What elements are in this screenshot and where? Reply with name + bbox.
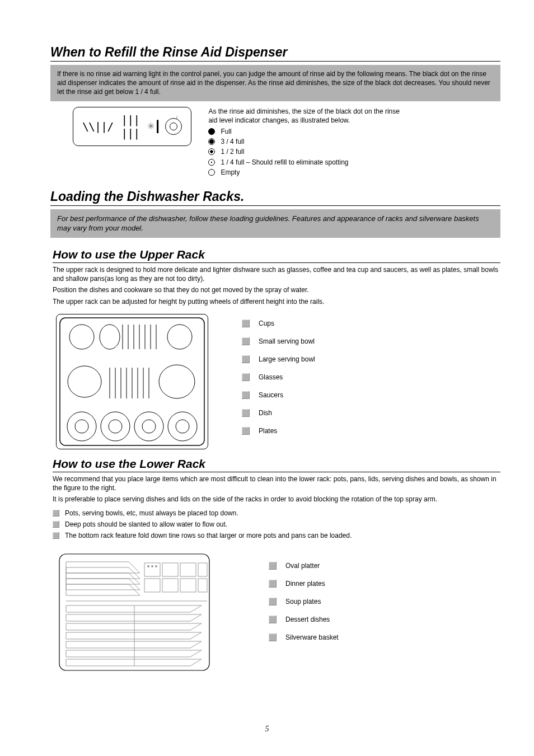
bullet-text: Pots, serving bowls, etc, must always be… [65,509,238,517]
legend-box-icon [269,633,277,641]
indicator-14-icon [208,159,215,166]
svg-point-2 [100,325,120,349]
legend-label: Dessert dishes [285,616,330,623]
bullet-text: Deep pots should be slanted to allow wat… [65,520,227,528]
upper-p2: Position the dishes and cookware so that… [53,285,500,294]
rinse-side-text: As the rinse aid diminishes, the size of… [208,107,410,125]
legend-box-icon [242,355,250,363]
svg-rect-32 [180,563,196,576]
indicator-empty-icon [208,169,215,176]
legend-label: Saucers [259,391,283,399]
legend-box-icon [242,427,250,435]
lower-rack-diagram [56,551,213,674]
svg-rect-34 [144,579,160,592]
indicator-full-icon [208,128,215,135]
svg-point-25 [134,412,163,441]
svg-rect-35 [162,579,178,592]
svg-point-22 [75,420,88,433]
svg-rect-36 [180,579,196,592]
loading-info-bar: For best performance of the dishwasher, … [50,209,500,238]
pointer-icon: ▎ [157,120,163,133]
section-heading-rinse: When to Refill the Rinse Aid Dispenser [50,45,500,62]
upper-rack-legend: Cups Small serving bowl Large serving bo… [242,320,315,445]
svg-point-11 [68,366,101,397]
indicator-label: 1 / 2 full [221,147,244,156]
legend-label: Oval platter [285,562,320,570]
upper-p3: The upper rack can be adjusted for heigh… [53,297,500,306]
star-icon: ✳ [147,121,154,132]
upper-rack-diagram [56,314,208,449]
indicator-34-icon [208,138,215,145]
svg-rect-31 [162,563,178,576]
legend-box-icon [242,320,250,327]
lower-p2: It is preferable to place serving dishes… [53,495,500,504]
legend-box-icon [269,562,277,570]
rinse-dispenser-illustration: \\||/ |||||| ✳ ▎ ↓ [73,107,191,146]
legend-box-icon [242,409,250,417]
svg-point-39 [151,565,153,567]
indicator-label: 1 / 4 full – Should refill to eliminate … [221,158,348,167]
lower-rack-legend: Oval platter Dinner plates Soup plates D… [269,562,339,651]
arrow-down-icon: ↓ [175,114,178,120]
section-heading-lower: How to use the Lower Rack [53,457,500,472]
rinse-info-bar: If there is no rinse aid warning light i… [50,65,500,101]
bullet-box-icon [53,521,59,528]
legend-label: Plates [259,427,277,435]
legend-box-icon [242,373,250,381]
legend-box-icon [242,337,250,345]
svg-point-10 [167,325,192,349]
section-heading-upper: How to use the Upper Rack [53,248,500,263]
legend-label: Dinner plates [285,580,325,588]
page-number: 5 [0,725,534,734]
svg-point-26 [142,420,156,433]
legend-box-icon [269,598,277,605]
legend-label: Soup plates [285,598,321,605]
upper-p1: The upper rack is designed to hold more … [53,265,500,283]
svg-point-24 [109,420,122,433]
svg-rect-30 [144,563,160,576]
svg-point-20 [159,365,195,398]
svg-point-28 [176,420,189,433]
legend-box-icon [269,580,277,588]
legend-label: Dish [259,409,272,417]
dispenser-bars-icon: |||||| [121,113,139,140]
rinse-indicator-list: Full 3 / 4 full 1 / 2 full 1 / 4 full – … [208,127,410,177]
svg-rect-33 [198,563,207,576]
indicator-label: 3 / 4 full [221,137,244,146]
lower-bullet-list: Pots, serving bowls, etc, must always be… [53,509,500,539]
legend-box-icon [242,391,250,399]
legend-label: Large serving bowl [259,355,315,363]
section-heading-loading: Loading the Dishwasher Racks. [50,189,500,206]
legend-label: Cups [259,320,274,327]
legend-label: Small serving bowl [259,337,315,345]
legend-box-icon [269,616,277,623]
bullet-box-icon [53,510,59,516]
svg-point-21 [67,412,96,441]
lower-p1: We recommend that you place large items … [53,475,500,492]
svg-point-40 [155,565,157,567]
legend-label: Silverware basket [285,633,339,641]
svg-point-38 [147,565,149,567]
rinse-dial-icon: ↓ [165,118,182,135]
legend-label: Glasses [259,373,283,381]
indicator-12-icon [208,148,215,155]
svg-point-1 [69,325,94,349]
svg-rect-37 [198,579,207,592]
bullet-text: The bottom rack feature fold down tine r… [65,532,352,539]
indicator-label: Empty [221,168,240,177]
bullet-box-icon [53,532,59,539]
indicator-label: Full [221,127,231,136]
dispenser-slots-icon: \\||/ [82,120,113,133]
svg-point-27 [168,412,197,441]
svg-point-23 [101,412,130,441]
